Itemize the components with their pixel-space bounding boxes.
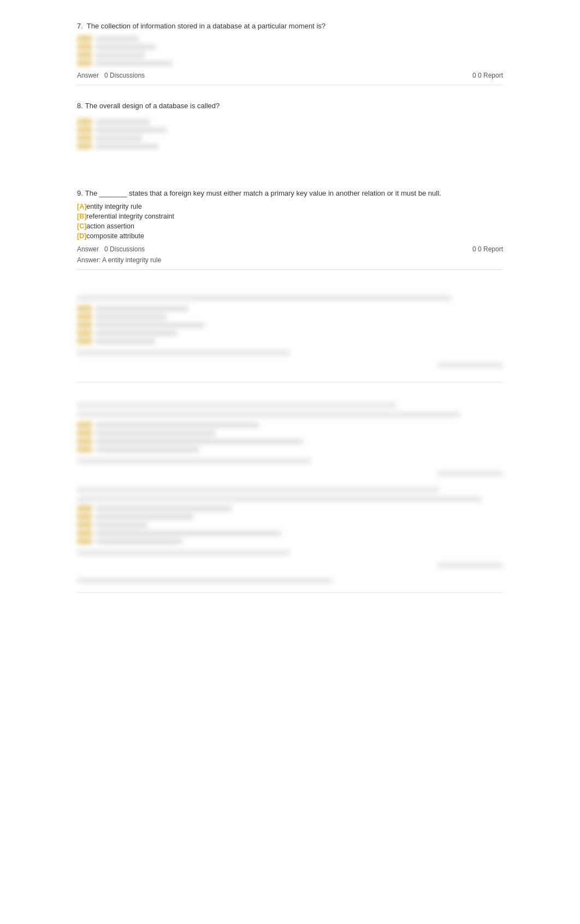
question-9-text: The _______ states that a foreign key mu… xyxy=(85,189,441,197)
blurred-question-10-block xyxy=(77,286,503,382)
question-7-blurred-options xyxy=(77,36,503,66)
question-9-option-c-text: action assertion xyxy=(86,222,134,230)
question-9-option-a-text: entity integrity rule xyxy=(86,203,141,210)
question-9-answer-text: Answer: A entity integrity rule xyxy=(77,256,503,264)
question-8-block: 8. The overall design of a database is c… xyxy=(77,102,503,178)
question-9-option-b[interactable]: [B]referential integrity constraint xyxy=(77,213,503,220)
question-9-option-a-label: [A] xyxy=(77,203,86,210)
question-8-blurred-content xyxy=(77,119,503,162)
question-9-option-c-label: [C] xyxy=(77,222,86,230)
question-9-option-b-label: [B] xyxy=(77,213,86,220)
page-container: 7. 7. The collection of information stor… xyxy=(55,11,525,615)
question-7-divider xyxy=(77,85,503,85)
question-9-number: 9. xyxy=(77,189,83,197)
question-9-option-a[interactable]: [A]entity integrity rule xyxy=(77,203,503,210)
question-7-answer-label[interactable]: Answer 0 Discussions xyxy=(77,72,145,79)
question-9-option-d-text: composite attribute xyxy=(86,232,144,240)
question-7-block: 7. 7. The collection of information stor… xyxy=(77,22,503,85)
question-8-number: 8. xyxy=(77,102,83,110)
question-7-vote-report: 0 0 Report xyxy=(472,72,503,79)
question-9-option-b-text: referential integrity constraint xyxy=(86,213,174,220)
question-9-option-d[interactable]: [D]composite attribute xyxy=(77,232,503,240)
question-9-divider xyxy=(77,269,503,270)
question-7-text: 7. The collection of information stored … xyxy=(77,22,503,30)
question-9-option-d-label: [D] xyxy=(77,232,86,240)
question-7-answer-row: Answer 0 Discussions 0 0 Report xyxy=(77,72,503,79)
question-8-text: The overall design of a database is call… xyxy=(85,102,220,110)
question-9-block: 9. The _______ states that a foreign key… xyxy=(77,189,503,270)
question-9-vote-report: 0 0 Report xyxy=(472,245,503,253)
blurred-question-11-block xyxy=(77,393,503,593)
question-9-option-c[interactable]: [C]action assertion xyxy=(77,222,503,230)
question-9-answer-row: Answer 0 Discussions 0 0 Report xyxy=(77,245,503,253)
question-9-answer-label[interactable]: Answer 0 Discussions xyxy=(77,245,145,253)
